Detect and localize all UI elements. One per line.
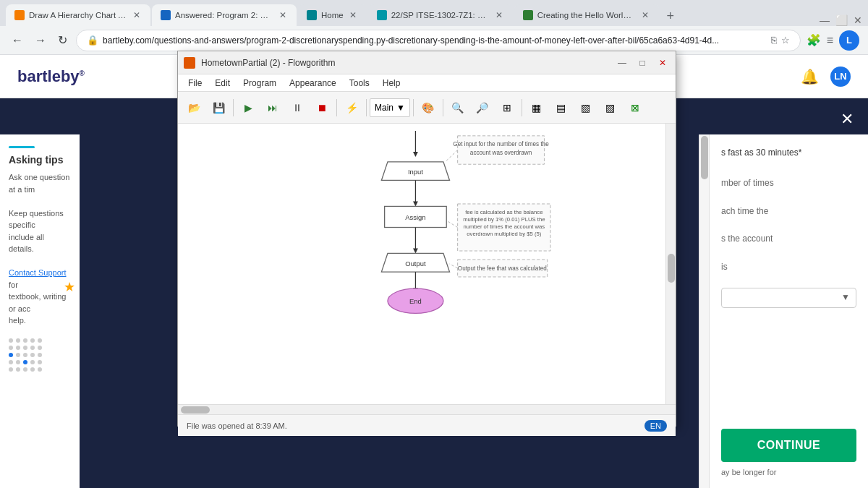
- dot: [38, 367, 42, 372]
- toolbar-gradient-button[interactable]: 🎨: [417, 96, 440, 119]
- svg-text:overdrawn multiplied by $5 (5): overdrawn multiplied by $5 (5): [467, 231, 541, 237]
- tab-2[interactable]: Answered: Program 2: Discre ✕: [152, 4, 297, 26]
- dot: [30, 353, 35, 357]
- tab-icon-1: [14, 10, 25, 20]
- url-text: bartleby.com/questions-and-answers/progr…: [103, 35, 767, 46]
- dot: [9, 346, 13, 350]
- dropdown-field[interactable]: ▼: [721, 288, 856, 308]
- tab-close-5[interactable]: ✕: [640, 9, 650, 22]
- flow-minimize-button[interactable]: —: [615, 56, 629, 70]
- tab-4[interactable]: 22/SP ITSE-1302-7Z1: Flowc ✕: [368, 4, 513, 26]
- tab-close-4[interactable]: ✕: [494, 9, 504, 22]
- flow-title-text: HometownPartial (2) - Flowgorithm: [201, 58, 609, 68]
- dot: [16, 360, 20, 364]
- toolbar-zoom-out-button[interactable]: 🔎: [471, 96, 494, 119]
- toolbar-excel-button[interactable]: ⊠: [624, 96, 647, 119]
- notification-icon[interactable]: 🔔: [801, 68, 819, 85]
- url-bar[interactable]: 🔒 bartleby.com/questions-and-answers/pro…: [76, 30, 801, 51]
- close-browser-icon[interactable]: ✕: [854, 14, 862, 26]
- rp-line3: s the account: [721, 232, 856, 246]
- menu-file[interactable]: File: [182, 77, 208, 90]
- toolbar-speed-button[interactable]: ⚡: [340, 96, 363, 119]
- lock-icon: 🔒: [87, 35, 98, 46]
- header-user-avatar[interactable]: LN: [830, 67, 851, 87]
- toolbar-zoom-in-button[interactable]: 🔍: [446, 96, 469, 119]
- dropdown-arrow-icon: ▼: [396, 103, 405, 113]
- menu-tools[interactable]: Tools: [344, 77, 375, 90]
- toolbar-layout3-button[interactable]: ▧: [574, 96, 597, 119]
- flow-close-button[interactable]: ✕: [655, 56, 670, 70]
- svg-line-21: [446, 221, 457, 227]
- tab-3[interactable]: Home ✕: [298, 4, 367, 26]
- contact-support-link[interactable]: Contact Support: [9, 268, 67, 277]
- scrollbar-thumb[interactable]: [701, 136, 708, 179]
- profile-menu-icon[interactable]: ≡: [827, 34, 833, 47]
- flow-language-badge: EN: [644, 420, 667, 432]
- minimize-browser-icon[interactable]: —: [820, 14, 830, 26]
- toolbar-pause-button[interactable]: ⏸: [286, 96, 309, 119]
- dot: [9, 338, 13, 343]
- menu-appearance[interactable]: Appearance: [284, 77, 342, 90]
- svg-text:End: End: [409, 297, 422, 305]
- svg-text:multiplied by 1% (0.01) PLUS t: multiplied by 1% (0.01) PLUS the: [463, 216, 545, 223]
- maximize-browser-icon[interactable]: ⬜: [835, 14, 848, 26]
- toolbar-layout2-button[interactable]: ▤: [550, 96, 573, 119]
- toolbar-main-dropdown[interactable]: Main ▼: [370, 98, 410, 117]
- dot: [16, 367, 20, 372]
- dot: [9, 367, 13, 372]
- flow-scroll-thumb[interactable]: [668, 254, 675, 283]
- tab-close-2[interactable]: ✕: [278, 9, 288, 22]
- toolbar-layout4-button[interactable]: ▨: [599, 96, 622, 119]
- toolbar-layout1-button[interactable]: ▦: [525, 96, 548, 119]
- flow-vertical-scrollbar[interactable]: [665, 124, 676, 404]
- right-panel-text: s fast as 30 minutes* mber of times ach …: [721, 146, 856, 308]
- flow-maximize-button[interactable]: □: [635, 56, 650, 70]
- main-scrollbar[interactable]: [699, 134, 709, 488]
- dots-decoration: [9, 338, 71, 372]
- user-avatar[interactable]: L: [839, 30, 859, 51]
- flow-canvas[interactable]: Input Assign Output End: [178, 124, 665, 404]
- menu-help[interactable]: Help: [377, 77, 407, 90]
- toolbar-save-button[interactable]: 💾: [207, 96, 230, 119]
- svg-text:Input: Input: [408, 168, 423, 176]
- back-button[interactable]: ←: [9, 31, 26, 50]
- tab-2[interactable]: Draw A Hierarchy Chart And ✕: [6, 4, 150, 26]
- toolbar-step-end-button[interactable]: ⏭: [261, 96, 284, 119]
- svg-text:Output the fee that was calcul: Output the fee that was calculated: [458, 265, 547, 272]
- dot: [23, 353, 27, 357]
- tab-close-1[interactable]: ✕: [132, 9, 142, 22]
- tab-5[interactable]: Creating the Hello World Pr... ✕: [514, 4, 659, 26]
- new-tab-button[interactable]: +: [660, 6, 681, 26]
- rp-line1: mber of times: [721, 176, 856, 190]
- continue-button[interactable]: CONTINUE: [721, 429, 856, 462]
- share-icon[interactable]: ⎘: [771, 35, 777, 46]
- toolbar-open-button[interactable]: 📂: [182, 96, 205, 119]
- dot: [30, 367, 35, 372]
- tab-close-3[interactable]: ✕: [348, 9, 358, 22]
- menu-edit[interactable]: Edit: [209, 77, 236, 90]
- extension-icon[interactable]: 🧩: [807, 33, 821, 47]
- bookmark-star-icon[interactable]: ☆: [781, 35, 790, 46]
- svg-text:fee is calculated as the balan: fee is calculated as the balance: [465, 209, 542, 215]
- h-scroll-thumb[interactable]: [181, 406, 210, 414]
- svg-text:number of times the account wa: number of times the account was: [463, 223, 545, 230]
- flow-toolbar: 📂 💾 ▶ ⏭ ⏸ ⏹ ⚡ Main ▼ 🎨 🔍 🔎 ⊞ ▦ ▤ ▧ ▨ ⊠: [178, 92, 676, 124]
- dot: [23, 367, 27, 372]
- toolbar-run-button[interactable]: ▶: [237, 96, 260, 119]
- dot: [23, 360, 27, 364]
- forward-button[interactable]: →: [32, 31, 49, 50]
- tab-label-4: 22/SP ITSE-1302-7Z1: Flowc: [391, 11, 490, 20]
- asking-tips-title: Asking tips: [9, 154, 71, 166]
- flow-horizontal-scrollbar[interactable]: [178, 404, 676, 414]
- flow-status-bar: File was opened at 8:39 AM. EN: [178, 414, 676, 436]
- close-panel-button[interactable]: ✕: [841, 110, 854, 129]
- toolbar-stop-button[interactable]: ⏹: [310, 96, 333, 119]
- tab-label-5: Creating the Hello World Pr...: [537, 11, 636, 20]
- toolbar-separator-2: [336, 99, 337, 116]
- toolbar-zoom-fit-button[interactable]: ⊞: [495, 96, 519, 119]
- dot: [30, 346, 35, 350]
- dot: [38, 353, 42, 357]
- menu-program[interactable]: Program: [237, 77, 282, 90]
- right-panel: s fast as 30 minutes* mber of times ach …: [709, 134, 868, 488]
- reload-button[interactable]: ↻: [55, 30, 70, 50]
